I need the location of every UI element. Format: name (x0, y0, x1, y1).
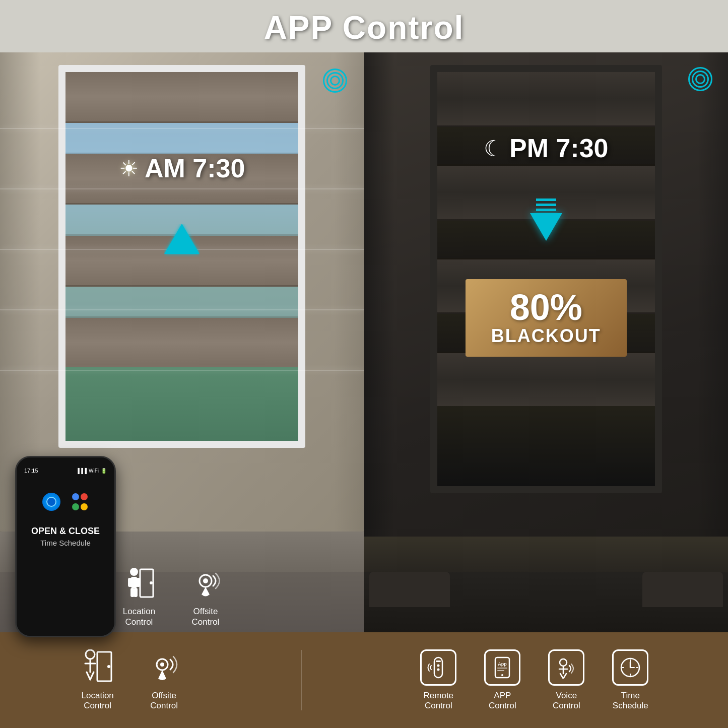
glow-line-5 (0, 370, 364, 371)
svg-line-43 (560, 674, 563, 679)
svg-rect-37 (497, 668, 507, 669)
remote-control-item: RemoteControl (420, 649, 456, 711)
svg-point-34 (437, 668, 440, 671)
svg-line-26 (90, 672, 94, 680)
svg-marker-0 (164, 224, 200, 254)
sofa-cushion-2 (642, 572, 723, 607)
bottom-left-features: LocationControl OffsiteControl (80, 649, 182, 711)
svg-point-33 (437, 664, 440, 667)
app-control-label: APPControl (489, 691, 516, 711)
left-panel: ☀ AM 7:30 (0, 52, 364, 728)
panels: ☀ AM 7:30 (0, 52, 728, 728)
page-title: APP Control (0, 9, 728, 46)
svg-point-39 (501, 674, 503, 676)
time-schedule-item: TimeSchedule (612, 649, 648, 711)
down-arrow (530, 198, 562, 241)
sofa-cushion-1 (369, 572, 450, 607)
arrow-line-2 (536, 204, 556, 206)
arrow-triangle (530, 213, 562, 241)
offsite-control-item: OffsiteControl (146, 649, 182, 711)
alexa-inner (46, 497, 56, 507)
time-schedule-icon (612, 649, 648, 686)
battery-icon: 🔋 (101, 468, 107, 474)
glow-line-4 (0, 309, 364, 310)
svg-rect-6 (134, 588, 138, 597)
wifi-rings-left (322, 68, 348, 93)
signal-icon: ▐▐▐ (76, 468, 87, 474)
google-dot-yellow (81, 503, 88, 510)
location-control-icon (121, 566, 157, 603)
svg-point-10 (203, 578, 208, 583)
pm-time-text: PM 7:30 (509, 133, 609, 163)
offsite-control-bottom-label: OffsiteControl (150, 691, 178, 711)
wifi-ring-right-3 (688, 67, 712, 91)
blackout-badge: 80% BLACKOUT (466, 279, 627, 357)
voice-control-item: VoiceControl (548, 649, 584, 711)
blackout-percent: 80% (486, 289, 607, 325)
phone-mockup: 17:15 ▐▐▐ WiFi 🔋 (15, 456, 116, 637)
svg-point-8 (150, 581, 153, 584)
wifi-icon-right (688, 67, 713, 92)
moon-icon: ☾ (484, 136, 503, 161)
dark-stripe-bottom (437, 406, 655, 486)
location-control-bottom-label: LocationControl (82, 691, 114, 711)
time-display-left: ☀ AM 7:30 (119, 153, 245, 183)
google-dot-green (72, 503, 79, 510)
main-container: APP Control (0, 0, 728, 728)
location-control-label: LocationControl (123, 607, 155, 627)
location-control-feature: LocationControl (121, 566, 157, 627)
left-bottom-features: LocationControl Off (121, 566, 224, 627)
offsite-control-bottom-icon (146, 649, 182, 686)
blind-open-gap (65, 367, 298, 441)
wifi-status-icon: WiFi (89, 468, 99, 474)
phone-status-bar: 17:15 ▐▐▐ WiFi 🔋 (24, 468, 107, 474)
arrow-line-1 (536, 198, 556, 201)
bottom-bar: LocationControl OffsiteControl (0, 632, 728, 728)
google-icon (71, 493, 89, 511)
sofa-right (364, 537, 729, 632)
am-time-text: AM 7:30 (145, 153, 245, 183)
dark-stripe-4 (437, 353, 655, 407)
sofa-back-right (364, 537, 729, 572)
svg-point-22 (86, 650, 95, 659)
wifi-icon-left (321, 67, 349, 95)
remote-control-label: RemoteControl (424, 691, 454, 711)
svg-point-28 (107, 665, 110, 668)
phone-status-icons: ▐▐▐ WiFi 🔋 (76, 468, 107, 474)
svg-rect-32 (436, 660, 441, 662)
phone-screen: 17:15 ▐▐▐ WiFi 🔋 (17, 457, 114, 636)
blind-stripe-fabric-1 (65, 72, 298, 123)
up-arrow (164, 224, 200, 266)
title-bar: APP Control (0, 0, 728, 52)
arrow-line-3 (536, 209, 556, 211)
location-control-item: LocationControl (80, 649, 116, 711)
phone-time-schedule: Time Schedule (24, 539, 107, 547)
svg-text:App: App (498, 661, 507, 667)
glow-line-1 (0, 128, 364, 129)
offsite-control-feature: OffsiteControl (187, 566, 224, 627)
dark-stripe-1 (437, 72, 655, 127)
google-dot-red (81, 493, 88, 500)
svg-point-1 (130, 568, 138, 576)
bottom-divider (301, 650, 302, 710)
sun-icon: ☀ (119, 156, 139, 181)
svg-point-30 (160, 663, 164, 667)
phone-open-close: OPEN & CLOSE (24, 526, 107, 537)
time-schedule-label: TimeSchedule (613, 691, 648, 711)
wifi-ring-3 (323, 69, 347, 93)
arrow-lines (536, 198, 556, 211)
svg-line-44 (563, 674, 566, 679)
svg-point-40 (560, 659, 567, 666)
voice-control-label: VoiceControl (553, 691, 580, 711)
google-dot-blue (72, 493, 79, 500)
phone-time: 17:15 (24, 468, 38, 474)
app-control-item: App APPControl (484, 649, 520, 711)
alexa-icon (42, 493, 60, 511)
blind-stripe-sheer-3 (65, 287, 298, 318)
bottom-right-features: RemoteControl App APPControl (420, 649, 648, 711)
svg-rect-38 (497, 670, 504, 671)
offsite-control-icon (187, 566, 224, 603)
remote-control-icon (420, 649, 456, 686)
phone-assistant-icons (24, 493, 107, 511)
right-panel: ☾ PM 7:30 80% BLACKOUT (364, 52, 729, 728)
